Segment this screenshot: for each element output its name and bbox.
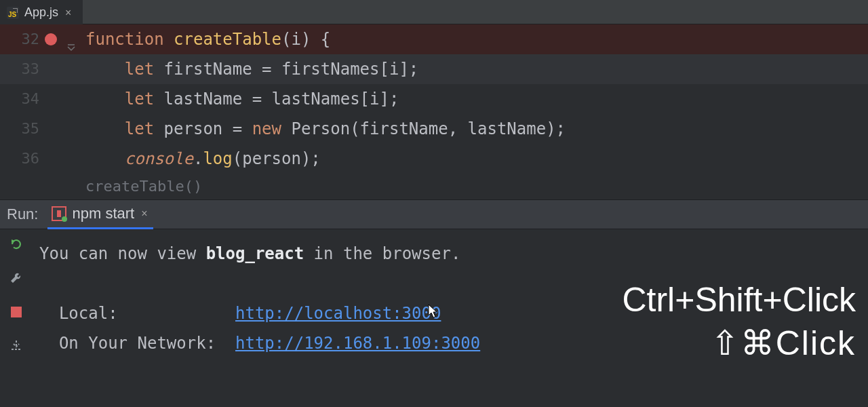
parameter-hint: createTable() [0,174,868,199]
line-number: 32 [19,24,39,54]
shortcut-mac: ⇧⌘Click [622,322,856,365]
breakpoint-icon[interactable] [45,33,57,45]
code-line-36[interactable]: 36 console.log(person); [0,144,868,174]
svg-rect-0 [11,307,22,317]
code-text[interactable]: console.log(person); [81,144,321,174]
code-line-32[interactable]: 32 function createTable(i) { [0,24,868,54]
run-tab-label: npm start [72,205,134,222]
fold-icon[interactable] [66,35,76,44]
code-text[interactable]: let person = new Person(firstName, lastN… [81,114,566,144]
line-number: 34 [19,84,39,114]
rerun-icon[interactable] [8,236,24,252]
local-url-link[interactable]: http://localhost:3000 [235,304,441,323]
npm-icon [52,206,66,221]
stop-icon[interactable] [8,304,24,320]
code-text[interactable]: let firstName = firstNames[i]; [81,54,418,84]
code-text[interactable]: let lastName = lastNames[i]; [81,84,399,114]
code-line-33[interactable]: 33 let firstName = firstNames[i]; [0,54,868,84]
network-url-link[interactable]: http://192.168.1.109:3000 [235,334,480,353]
line-number: 36 [19,144,39,174]
gutter[interactable]: 32 [0,24,81,54]
shortcut-hint-overlay: Ctrl+Shift+Click ⇧⌘Click [622,278,856,365]
close-run-tab-icon[interactable]: × [140,208,149,220]
run-toolbar [0,229,33,379]
code-line-34[interactable]: 34 let lastName = lastNames[i]; [0,84,868,114]
run-panel-label: Run: [5,206,38,223]
tab-filename: App.js [24,5,58,20]
run-panel-header: Run: npm start × [0,199,868,229]
editor-tab-bar: JS App.js × [0,0,868,24]
wrench-icon[interactable] [8,270,24,286]
run-config-tab[interactable]: npm start × [47,199,153,229]
code-line-35[interactable]: 35 let person = new Person(firstName, la… [0,114,868,144]
close-tab-icon[interactable]: × [64,7,73,19]
js-file-icon: JS [7,7,19,19]
code-editor[interactable]: 32 function createTable(i) { 33 let firs… [0,24,868,199]
shortcut-windows: Ctrl+Shift+Click [622,278,856,322]
download-icon[interactable] [8,338,24,354]
code-text[interactable]: function createTable(i) { [81,24,330,54]
line-number: 33 [19,54,39,84]
console-line: You can now view blog_react in the brows… [39,239,861,269]
line-number: 35 [19,114,39,144]
editor-tab-appjs[interactable]: JS App.js × [0,0,83,24]
